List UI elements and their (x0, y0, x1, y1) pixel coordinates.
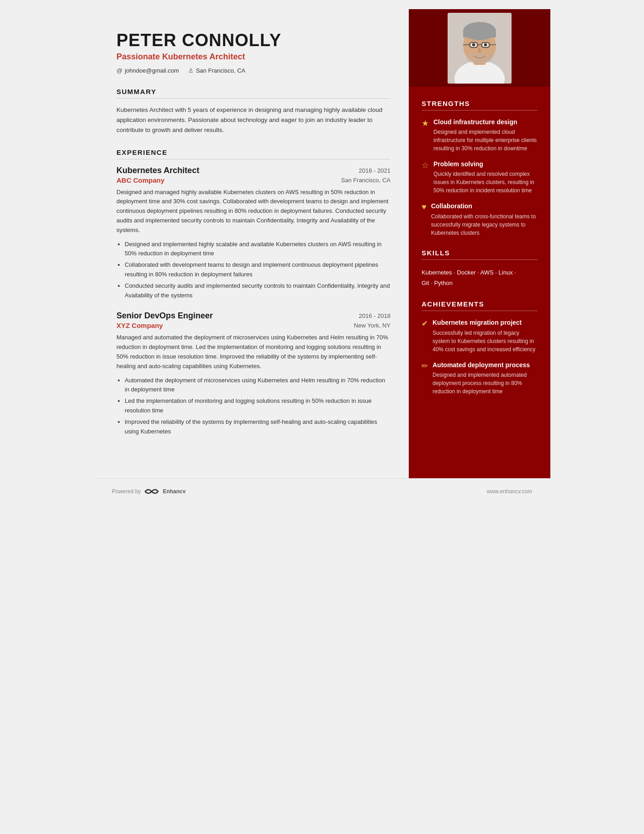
svg-point-8 (472, 43, 475, 46)
strength-text-2: Problem solving Quickly identified and r… (433, 160, 538, 195)
star-icon-2: ☆ (422, 160, 429, 170)
achievement-desc-2: Designed and implemented automated deplo… (433, 371, 538, 396)
footer-left: Powered by Enhancv (112, 487, 185, 496)
job-desc-1: Designed and managed highly available Ku… (116, 188, 391, 235)
job-location-2: New York, NY (354, 322, 391, 329)
summary-title: SUMMARY (116, 88, 391, 99)
strength-item-3: ♥ Collaboration Collaborated with cross-… (422, 202, 538, 237)
job-bullets-1: Designed and implemented highly scalable… (116, 240, 391, 301)
header-section: PETER CONNOLLY Passionate Kubernetes Arc… (116, 31, 391, 74)
footer-website: www.enhancv.com (487, 488, 532, 495)
skills-title: SKILLS (422, 249, 538, 260)
contact-line: @ johndoe@gmail.com ♙ San Francisco, CA (116, 67, 391, 74)
summary-text: Kubernetes Architect with 5 years of exp… (116, 105, 391, 136)
footer: Powered by Enhancv www.enhancv.com (94, 478, 550, 504)
job-dates-1: 2018 - 2021 (359, 167, 391, 174)
job-title-2: Senior DevOps Engineer (116, 311, 213, 321)
location-value: San Francisco, CA (196, 67, 245, 74)
job-dates-2: 2016 - 2018 (359, 312, 391, 319)
bullet-item: Designed and implemented highly scalable… (125, 240, 391, 259)
achievement-name-2: Automated deployment process (433, 361, 538, 369)
achievements-title: ACHIEVEMENTS (422, 300, 538, 311)
strengths-section: STRENGTHS ★ Cloud infrastructure design … (422, 100, 538, 237)
job-desc-2: Managed and automated the deployment of … (116, 333, 391, 371)
photo-area (409, 9, 550, 87)
achievement-desc-1: Successfully led migration of legacy sys… (433, 329, 538, 354)
job-entry-1: Kubernetes Architect 2018 - 2021 ABC Com… (116, 166, 391, 301)
job-subheader-1: ABC Company San Francisco, CA (116, 176, 391, 184)
job-entry-2: Senior DevOps Engineer 2016 - 2018 XYZ C… (116, 311, 391, 436)
job-location-1: San Francisco, CA (341, 177, 391, 184)
svg-point-15 (467, 53, 492, 64)
strength-desc-2: Quickly identified and resolved complex … (433, 170, 538, 195)
strength-desc-3: Collaborated with cross-functional teams… (431, 212, 538, 237)
powered-by-text: Powered by (112, 488, 141, 495)
email-value: johndoe@gmail.com (125, 67, 179, 74)
candidate-title: Passionate Kubernetes Architect (116, 52, 391, 62)
bullet-item: Conducted security audits and implemente… (125, 281, 391, 301)
candidate-name: PETER CONNOLLY (116, 31, 391, 50)
job-header-2: Senior DevOps Engineer 2016 - 2018 (116, 311, 391, 321)
bullet-item: Automated the deployment of microservice… (125, 376, 391, 395)
star-icon-1: ★ (422, 118, 429, 128)
pencil-icon: ✏ (422, 361, 428, 371)
achievements-section: ACHIEVEMENTS ✔ Kubernetes migration proj… (422, 300, 538, 395)
brand-name: Enhancv (163, 488, 185, 495)
email-contact: @ johndoe@gmail.com (116, 67, 179, 74)
check-icon: ✔ (422, 319, 428, 328)
job-subheader-2: XYZ Company New York, NY (116, 322, 391, 329)
achievement-text-1: Kubernetes migration project Successfull… (433, 318, 538, 353)
left-column: PETER CONNOLLY Passionate Kubernetes Arc… (94, 9, 409, 478)
location-contact: ♙ San Francisco, CA (188, 67, 245, 74)
skills-section: SKILLS Kubernetes · Docker · AWS · Linux… (422, 249, 538, 289)
strength-desc-1: Designed and implemented cloud infrastru… (433, 128, 538, 153)
bullet-item: Improved the reliability of the systems … (125, 417, 391, 437)
bullet-item: Collaborated with development teams to d… (125, 260, 391, 280)
strength-text-3: Collaboration Collaborated with cross-fu… (431, 202, 538, 237)
job-title-1: Kubernetes Architect (116, 166, 199, 175)
achievement-name-1: Kubernetes migration project (433, 318, 538, 327)
svg-rect-5 (463, 30, 496, 37)
enhancv-logo-icon (144, 487, 159, 496)
strength-text-1: Cloud infrastructure design Designed and… (433, 118, 538, 153)
heart-icon: ♥ (422, 202, 427, 212)
experience-title: EXPERIENCE (116, 148, 391, 159)
location-icon: ♙ (188, 67, 194, 74)
job-bullets-2: Automated the deployment of microservice… (116, 376, 391, 437)
strength-name-3: Collaboration (431, 202, 538, 210)
email-icon: @ (116, 67, 122, 74)
strength-name-2: Problem solving (433, 160, 538, 168)
job-company-1: ABC Company (116, 176, 164, 184)
job-company-2: XYZ Company (116, 322, 163, 329)
strengths-title: STRENGTHS (422, 100, 538, 111)
strength-item-2: ☆ Problem solving Quickly identified and… (422, 160, 538, 195)
right-column: STRENGTHS ★ Cloud infrastructure design … (409, 9, 550, 478)
skills-line-1: Kubernetes · Docker · AWS · Linux · (422, 267, 538, 278)
bullet-item: Led the implementation of monitoring and… (125, 396, 391, 416)
achievement-item-2: ✏ Automated deployment process Designed … (422, 361, 538, 396)
job-header-1: Kubernetes Architect 2018 - 2021 (116, 166, 391, 175)
achievement-text-2: Automated deployment process Designed an… (433, 361, 538, 396)
strength-name-1: Cloud infrastructure design (433, 118, 538, 126)
profile-photo (448, 13, 512, 84)
experience-section: EXPERIENCE Kubernetes Architect 2018 - 2… (116, 148, 391, 448)
svg-point-9 (484, 43, 487, 46)
summary-section: SUMMARY Kubernetes Architect with 5 year… (116, 88, 391, 136)
strength-item-1: ★ Cloud infrastructure design Designed a… (422, 118, 538, 153)
achievement-item-1: ✔ Kubernetes migration project Successfu… (422, 318, 538, 353)
right-content: STRENGTHS ★ Cloud infrastructure design … (409, 87, 550, 421)
skills-line-2: Git · Python (422, 278, 538, 288)
